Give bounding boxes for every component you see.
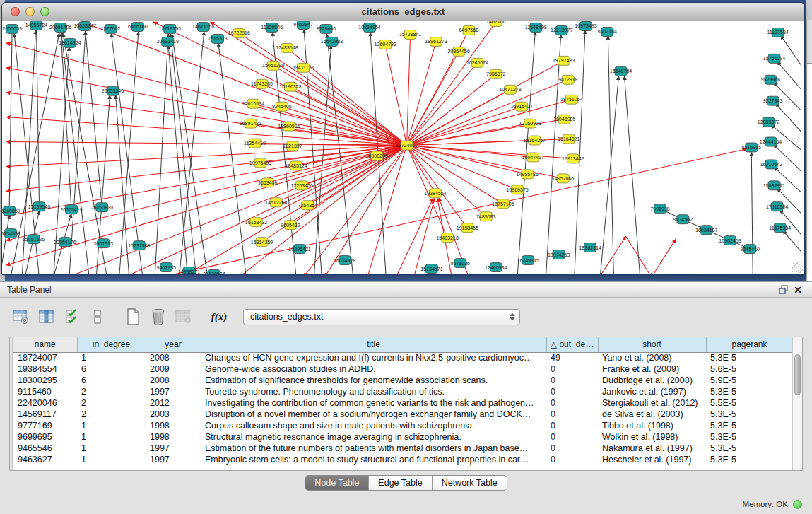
graph-edge[interactable]: [783, 230, 801, 252]
graph-node[interactable]: 10653247: [73, 21, 96, 30]
graph-node[interactable]: 1221397: [283, 141, 302, 151]
graph-node[interactable]: 14957865: [552, 174, 575, 183]
graph-node[interactable]: 12460934: [485, 263, 507, 272]
graph-edge[interactable]: [290, 87, 407, 146]
cell-short[interactable]: Tibbo et al. (1998): [598, 420, 706, 431]
graph-edge[interactable]: [407, 146, 573, 159]
graph-node[interactable]: 1462166: [486, 21, 506, 26]
cell-pagerank[interactable]: 5.9E-5: [706, 375, 793, 386]
graph-node[interactable]: 20053346: [102, 86, 124, 95]
cell-pagerank[interactable]: 5.3E-5: [706, 409, 793, 420]
graph-node[interactable]: 16722916: [228, 28, 251, 37]
graph-node[interactable]: 15164321: [558, 134, 580, 144]
graph-node[interactable]: 12694733: [375, 40, 397, 49]
graph-node[interactable]: 12213977: [551, 25, 573, 35]
graph-node[interactable]: 16245574: [466, 58, 489, 67]
graph-edge[interactable]: [85, 26, 102, 207]
graph-edge[interactable]: [407, 146, 435, 194]
cell-out_degree[interactable]: 0: [546, 443, 598, 454]
graph-node[interactable]: 6466160: [128, 22, 148, 31]
graph-node[interactable]: 14955786: [516, 170, 539, 179]
graph-node[interactable]: 9329966: [761, 75, 781, 84]
graph-node[interactable]: 10196378: [279, 82, 302, 91]
cell-pagerank[interactable]: 5.5E-5: [706, 397, 793, 409]
table-scrollbar-thumb[interactable]: [794, 354, 801, 395]
graph-node[interactable]: 16913442: [562, 154, 584, 163]
graph-node[interactable]: 12093872: [758, 117, 780, 127]
column-header-short[interactable]: short: [598, 337, 706, 352]
cell-title[interactable]: Changes of HCN gene expression and I(f) …: [201, 352, 546, 363]
graph-node[interactable]: 14671358: [192, 22, 215, 31]
cell-title[interactable]: Disruption of a novel member of a sodium…: [201, 409, 546, 420]
cell-title[interactable]: Structural magnetic resonance image aver…: [201, 431, 546, 443]
graph-node[interactable]: 10834954: [358, 23, 381, 32]
cell-out_degree[interactable]: 0: [546, 386, 598, 397]
graph-node[interactable]: 20364456: [448, 47, 471, 56]
cell-in_degree[interactable]: 1: [77, 431, 146, 443]
graph-node[interactable]: 7986372: [486, 69, 506, 78]
cell-short[interactable]: Hescheler et al. (1997): [598, 454, 706, 465]
graph-node[interactable]: 19384554: [424, 189, 447, 198]
table-row[interactable]: 2242004622012Investigating the contribut…: [13, 397, 793, 409]
cell-pagerank[interactable]: 5.3E-5: [706, 443, 793, 454]
cell-year[interactable]: 2009: [146, 363, 201, 375]
cell-in_degree[interactable]: 1: [77, 420, 146, 431]
selection-mode-icon[interactable]: [61, 306, 83, 327]
column-header-title[interactable]: title: [201, 337, 546, 352]
graph-node[interactable]: 9462184: [598, 27, 618, 36]
graph-edge[interactable]: [407, 80, 568, 146]
cell-name[interactable]: 19384554: [13, 363, 77, 375]
graph-node[interactable]: 8215955: [742, 143, 762, 152]
graph-node[interactable]: 10973493: [575, 21, 597, 30]
graph-edge[interactable]: [781, 35, 801, 66]
graph-edge[interactable]: [9, 29, 12, 211]
graph-node[interactable]: 20553419: [60, 205, 83, 214]
graph-edge[interactable]: [168, 46, 187, 274]
graph-edge[interactable]: [546, 35, 560, 274]
cell-title[interactable]: Estimation of the future numbers of pati…: [201, 443, 546, 454]
canvas-resize-grip[interactable]: [792, 262, 803, 273]
graph-edge[interactable]: [262, 84, 407, 146]
graph-edge[interactable]: [155, 34, 168, 274]
graph-edge[interactable]: [575, 30, 585, 274]
graph-node[interactable]: 2605059: [2, 24, 22, 33]
graph-node[interactable]: 6497568: [459, 25, 479, 35]
graph-node[interactable]: 15134571: [420, 264, 443, 274]
graph-node[interactable]: 16891421: [240, 119, 262, 128]
memory-status-indicator[interactable]: [793, 500, 802, 509]
cell-short[interactable]: Dudbridge et al. (2008): [598, 375, 706, 386]
graph-node[interactable]: 20691406: [49, 23, 72, 32]
graph-node[interactable]: 11254419: [244, 139, 266, 148]
graph-node[interactable]: 15485124: [285, 161, 307, 170]
column-header-pagerank[interactable]: pagerank: [706, 337, 793, 352]
cell-title[interactable]: Estimation of significance thresholds fo…: [201, 375, 546, 386]
cell-short[interactable]: Wolkin et al. (1998): [598, 431, 706, 443]
table-row[interactable]: 946554611997Estimation of the future num…: [13, 443, 793, 454]
graph-node[interactable]: 15692971: [763, 181, 786, 190]
cell-in_degree[interactable]: 2: [77, 386, 146, 397]
graph-node[interactable]: 18362914: [579, 243, 601, 252]
cell-year[interactable]: 2003: [146, 409, 201, 420]
select-column-icon[interactable]: [35, 306, 58, 327]
float-panel-icon[interactable]: [777, 284, 791, 296]
graph-node[interactable]: 8129466: [317, 24, 336, 33]
graph-edge[interactable]: [2, 215, 9, 274]
cell-name[interactable]: 22420046: [13, 397, 77, 409]
column-header-out_degree[interactable]: △ out_de…: [546, 337, 598, 352]
cell-year[interactable]: 2008: [146, 352, 201, 363]
graph-node[interactable]: 25260830: [91, 203, 114, 212]
cell-in_degree[interactable]: 2: [77, 397, 146, 409]
cell-out_degree[interactable]: 49: [546, 352, 598, 363]
cell-title[interactable]: Corpus callosum shape and size in male p…: [201, 420, 546, 431]
graph-node[interactable]: 15051329: [262, 61, 285, 70]
table-row[interactable]: 1872400712008Changes of HCN gene express…: [13, 352, 793, 363]
graph-edge[interactable]: [751, 152, 753, 274]
cell-name[interactable]: 14569117: [13, 409, 77, 420]
cell-short[interactable]: Stergiakouli et al. (2012): [598, 397, 706, 409]
table-panel-titlebar[interactable]: Table Panel ✕: [0, 281, 812, 298]
tab-node-table[interactable]: Node Table: [305, 476, 369, 490]
cell-pagerank[interactable]: 5.6E-5: [706, 363, 793, 375]
graph-node[interactable]: 15232959: [128, 241, 151, 250]
cell-in_degree[interactable]: 2: [77, 409, 146, 420]
network-canvas[interactable]: 1872400718300295193845541248354815051329…: [2, 21, 804, 274]
